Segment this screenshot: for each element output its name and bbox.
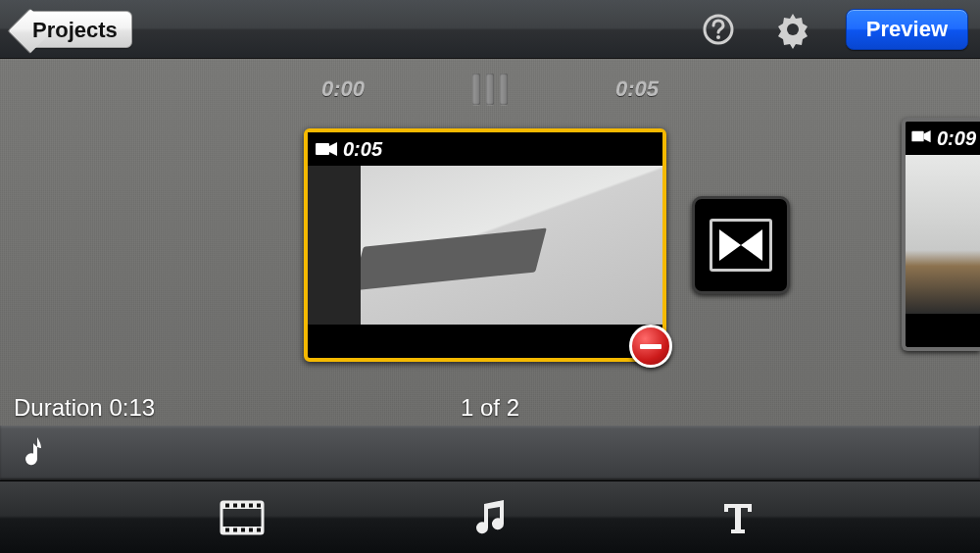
- svg-rect-11: [241, 503, 245, 507]
- playhead-icon[interactable]: [472, 74, 508, 105]
- svg-rect-9: [225, 503, 229, 507]
- clip-strip[interactable]: 0:05: [0, 118, 980, 373]
- svg-rect-17: [249, 528, 253, 531]
- svg-rect-13: [257, 503, 261, 507]
- preview-label: Preview: [866, 17, 948, 41]
- crossfade-icon: [710, 219, 772, 272]
- clip-header: 0:05: [308, 132, 662, 166]
- bottom-toolbar: [0, 480, 980, 553]
- clip-item-selected[interactable]: 0:05: [304, 128, 666, 362]
- timestamp-start: 0:00: [321, 76, 365, 102]
- help-icon[interactable]: [697, 8, 740, 51]
- delete-clip-button[interactable]: [629, 325, 672, 368]
- gear-icon[interactable]: [771, 8, 814, 51]
- clip-duration: 0:05: [343, 138, 382, 161]
- timestamp-end: 0:05: [615, 76, 659, 102]
- clip-header: 0:09: [906, 122, 980, 155]
- svg-rect-10: [233, 503, 237, 507]
- projects-back-button[interactable]: Projects: [25, 11, 132, 48]
- video-camera-icon: [316, 141, 337, 157]
- svg-point-3: [787, 24, 799, 35]
- svg-rect-16: [241, 528, 245, 531]
- clip-info-row: Duration 0:13 1 of 2: [0, 394, 980, 422]
- music-icon[interactable]: [461, 488, 519, 547]
- audio-track[interactable]: [0, 426, 980, 480]
- clip-thumbnail: [308, 166, 662, 325]
- transition-button[interactable]: [692, 196, 790, 294]
- svg-rect-14: [225, 528, 229, 531]
- music-note-icon: [18, 433, 45, 473]
- svg-rect-4: [316, 143, 329, 155]
- film-strip-icon[interactable]: [213, 488, 271, 547]
- clip-thumbnail: [906, 155, 980, 314]
- video-camera-icon: [911, 129, 931, 147]
- svg-rect-5: [911, 131, 923, 142]
- timeline-ruler: 0:00 0:05: [0, 74, 980, 105]
- clip-item[interactable]: 0:09: [902, 118, 980, 351]
- project-duration: Duration 0:13: [14, 394, 155, 422]
- svg-point-1: [716, 35, 720, 39]
- svg-rect-15: [233, 528, 237, 531]
- preview-button[interactable]: Preview: [846, 9, 968, 50]
- editor-canvas: 0:00 0:05 0:05: [0, 59, 980, 480]
- svg-rect-18: [257, 528, 261, 531]
- text-icon[interactable]: [709, 488, 767, 547]
- top-toolbar: Projects Preview: [0, 0, 980, 59]
- clip-counter: 1 of 2: [461, 394, 519, 422]
- clip-duration: 0:09: [937, 127, 976, 150]
- projects-back-label: Projects: [32, 18, 118, 42]
- svg-rect-12: [249, 503, 253, 507]
